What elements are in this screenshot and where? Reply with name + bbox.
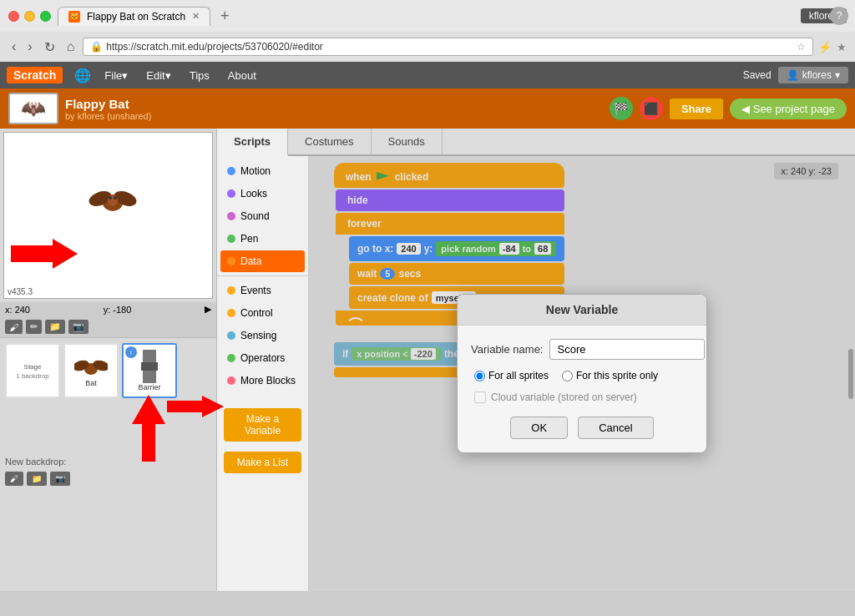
make-list-button[interactable]: Make a List	[224, 452, 301, 473]
stage-area: v435.3	[3, 132, 213, 299]
barrier-thumbnail[interactable]: i Barrier	[122, 343, 177, 398]
cat-looks[interactable]: Looks	[220, 183, 305, 204]
sprite-folder-button[interactable]: 📁	[45, 320, 65, 334]
stage-label: Stage	[23, 361, 43, 372]
variable-name-input[interactable]	[549, 339, 705, 360]
sprite-paint-button[interactable]: 🖌	[5, 320, 23, 334]
bat-name: Bat	[85, 379, 97, 387]
dialog-title: New Variable	[458, 295, 706, 326]
lock-icon: 🔒	[90, 41, 103, 53]
refresh-button[interactable]: ↻	[41, 38, 58, 57]
dropdown-icon: ▾	[835, 69, 840, 81]
backdrop-paint-button[interactable]: 🖌	[5, 472, 23, 486]
see-project-button[interactable]: ◀ See project page	[730, 98, 847, 119]
share-button[interactable]: Share	[670, 98, 723, 119]
scratch-logo[interactable]: Scratch	[7, 67, 63, 83]
for-this-sprite-radio[interactable]: For this sprite only	[562, 370, 658, 381]
cat-motion[interactable]: Motion	[220, 160, 305, 182]
tips-menu[interactable]: Tips	[181, 66, 218, 85]
variable-name-label: Variable name:	[471, 343, 543, 356]
cloud-var-row: Cloud variable (stored on server)	[471, 391, 693, 403]
green-flag-button[interactable]: 🏁	[610, 97, 633, 120]
cancel-button[interactable]: Cancel	[578, 417, 653, 439]
events-label: Events	[240, 285, 271, 296]
sprite-camera-button[interactable]: 📷	[68, 320, 89, 334]
sprite-name: Flappy Bat	[65, 97, 151, 111]
sprite-pencil-button[interactable]: ✏	[26, 320, 42, 334]
stage-thumbnail[interactable]: Stage 1 backdrop	[5, 343, 60, 398]
close-button[interactable]	[8, 11, 19, 22]
for-all-sprites-input[interactable]	[474, 371, 485, 381]
stage-canvas	[4, 133, 212, 298]
username-label: kflores	[802, 69, 832, 81]
for-this-sprite-label: For this sprite only	[576, 370, 658, 381]
user-button[interactable]: 👤 kflores ▾	[778, 67, 848, 83]
dialog-overlay: New Variable Variable name: For all spri…	[309, 156, 855, 591]
for-all-sprites-label: For all sprites	[488, 370, 549, 381]
cat-sound[interactable]: Sound	[220, 205, 305, 227]
pen-label: Pen	[240, 233, 258, 245]
new-backdrop-label: New backdrop:	[0, 453, 216, 470]
cloud-checkbox[interactable]	[474, 391, 486, 403]
operators-label: Operators	[240, 352, 285, 364]
scratch-menu-bar: Scratch 🌐 File▾ Edit▾ Tips About Saved 👤…	[0, 62, 855, 88]
more-blocks-dot	[227, 376, 235, 385]
code-area[interactable]: when clicked hide forever	[309, 156, 855, 591]
cat-sensing[interactable]: Sensing	[220, 325, 305, 346]
cat-pen[interactable]: Pen	[220, 228, 305, 250]
globe-icon[interactable]: 🌐	[71, 68, 94, 83]
stage-x-label: x: 240	[5, 305, 30, 315]
edit-menu[interactable]: Edit▾	[138, 66, 179, 85]
maximize-button[interactable]	[40, 11, 51, 22]
more-blocks-label: More Blocks	[240, 375, 296, 386]
panel-tabs: Scripts Costumes Sounds	[217, 129, 855, 156]
bat-thumbnail[interactable]: Bat	[63, 343, 119, 398]
barrier-icon	[141, 350, 158, 383]
cat-control[interactable]: Control	[220, 302, 305, 324]
looks-dot	[227, 189, 235, 198]
address-bar[interactable]: 🔒 https://scratch.mit.edu/projects/53706…	[83, 38, 813, 56]
stop-button[interactable]: ⬛	[640, 97, 663, 120]
bookmark-icon[interactable]: ☆	[797, 41, 806, 53]
cat-events[interactable]: Events	[220, 280, 305, 301]
minimize-button[interactable]	[24, 11, 35, 22]
tab-sounds[interactable]: Sounds	[372, 129, 443, 154]
dialog-body: Variable name: For all sprites	[458, 326, 706, 452]
control-dot	[227, 309, 235, 317]
help-button[interactable]: ?	[830, 7, 848, 25]
for-all-sprites-radio[interactable]: For all sprites	[474, 370, 549, 381]
scripts-panel: Scripts Costumes Sounds Motion Looks Sou…	[217, 129, 855, 591]
tab-favicon: 🐱	[68, 11, 80, 23]
right-arrow-2-icon	[167, 394, 225, 419]
backdrop-folder-button[interactable]: 📁	[27, 472, 47, 486]
cat-more-blocks[interactable]: More Blocks	[220, 370, 305, 391]
browser-tab[interactable]: 🐱 Flappy Bat on Scratch ✕	[58, 7, 210, 26]
dialog-buttons: OK Cancel	[471, 417, 693, 439]
new-tab-button[interactable]: +	[220, 8, 230, 25]
sprite-preview: 🦇	[8, 93, 58, 124]
make-variable-button[interactable]: Make a Variable	[224, 408, 301, 442]
for-this-sprite-input[interactable]	[562, 371, 573, 381]
cat-data[interactable]: Data	[220, 250, 305, 272]
tab-title: Flappy Bat on Scratch	[87, 11, 185, 23]
tab-scripts[interactable]: Scripts	[217, 129, 288, 156]
svg-marker-6	[11, 239, 78, 269]
expand-icon[interactable]: ▶	[205, 304, 211, 315]
star-icon[interactable]: ★	[837, 41, 847, 53]
scratch-header: 🦇 Flappy Bat by kflores (unshared) 🏁 ⬛ S…	[0, 88, 855, 129]
home-button[interactable]: ⌂	[63, 38, 78, 56]
back-button[interactable]: ‹	[8, 38, 19, 56]
bat-sprite	[88, 182, 138, 215]
ok-button[interactable]: OK	[510, 417, 568, 439]
bat-thumb-icon	[74, 354, 108, 379]
motion-dot	[227, 167, 235, 175]
about-menu[interactable]: About	[220, 66, 265, 85]
cat-operators[interactable]: Operators	[220, 347, 305, 369]
tab-costumes[interactable]: Costumes	[288, 129, 372, 154]
events-dot	[227, 286, 235, 295]
backdrop-camera-button[interactable]: 📷	[50, 472, 70, 486]
file-menu[interactable]: File▾	[96, 66, 136, 85]
tab-close-button[interactable]: ✕	[192, 11, 200, 22]
forward-button[interactable]: ›	[24, 38, 35, 56]
svg-point-3	[108, 194, 118, 206]
